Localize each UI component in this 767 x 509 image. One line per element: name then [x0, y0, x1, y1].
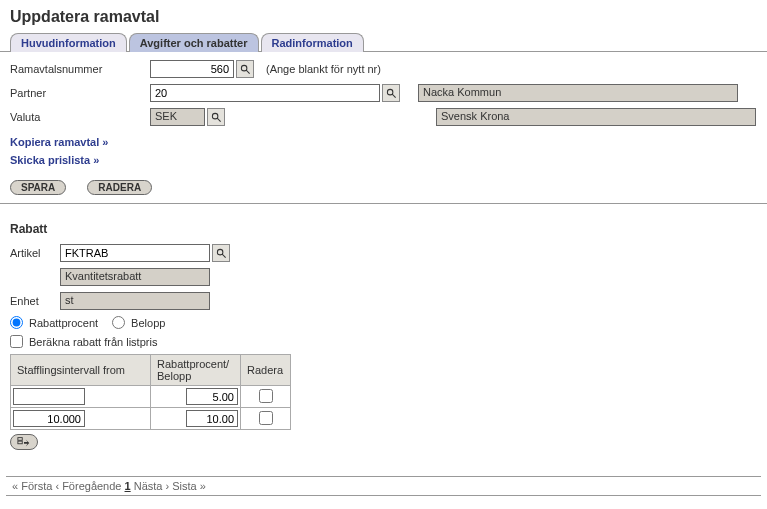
- pager-last[interactable]: Sista »: [172, 480, 206, 492]
- delete-row-checkbox[interactable]: [259, 411, 273, 425]
- percent-input[interactable]: [186, 388, 238, 405]
- svg-line-3: [392, 94, 395, 97]
- magnifier-icon: [386, 88, 397, 99]
- col-percent: Rabattprocent/ Belopp: [151, 355, 241, 386]
- pager-current: 1: [125, 480, 131, 492]
- pager-first[interactable]: « Första: [12, 480, 52, 492]
- svg-rect-8: [18, 438, 22, 441]
- add-row-button[interactable]: [10, 434, 38, 450]
- partner-lookup-button[interactable]: [382, 84, 400, 102]
- artikel-label: Artikel: [10, 247, 60, 259]
- svg-line-1: [246, 70, 249, 73]
- add-row-icon: [17, 436, 31, 448]
- spara-button[interactable]: SPARA: [10, 180, 66, 195]
- artikel-display: Kvantitetsrabatt: [60, 268, 210, 286]
- interval-from-input[interactable]: [13, 388, 85, 405]
- enhet-value: st: [60, 292, 210, 310]
- valuta-lookup-button[interactable]: [207, 108, 225, 126]
- svg-point-4: [212, 113, 218, 119]
- svg-point-0: [241, 65, 247, 71]
- delete-row-checkbox[interactable]: [259, 389, 273, 403]
- col-delete: Radera: [241, 355, 291, 386]
- artikel-lookup-button[interactable]: [212, 244, 230, 262]
- pager-next[interactable]: Nästa ›: [134, 480, 169, 492]
- page-title: Uppdatera ramavtal: [0, 0, 767, 32]
- svg-point-6: [217, 249, 223, 255]
- tabs: Huvudinformation Avgifter och rabatter R…: [0, 32, 767, 52]
- magnifier-icon: [216, 248, 227, 259]
- svg-line-5: [217, 118, 220, 121]
- valuta-display: Svensk Krona: [436, 108, 756, 126]
- magnifier-icon: [211, 112, 222, 123]
- kopiera-ramavtal-link[interactable]: Kopiera ramavtal »: [10, 136, 108, 148]
- staffling-table: Stafflingsintervall from Rabattprocent/ …: [10, 354, 291, 430]
- tab-radinformation[interactable]: Radinformation: [261, 33, 364, 52]
- tab-avgifter-rabatter[interactable]: Avgifter och rabatter: [129, 33, 259, 52]
- rabattprocent-radio-label[interactable]: Rabattprocent: [29, 317, 98, 329]
- percent-input[interactable]: [186, 410, 238, 427]
- skicka-prislista-link[interactable]: Skicka prislista »: [10, 154, 99, 166]
- belopp-radio-label[interactable]: Belopp: [131, 317, 165, 329]
- ramavtalsnummer-hint: (Ange blankt för nytt nr): [266, 63, 381, 75]
- berakna-listpris-label[interactable]: Beräkna rabatt från listpris: [29, 336, 157, 348]
- svg-line-7: [222, 254, 225, 257]
- partner-display: Nacka Kommun: [418, 84, 738, 102]
- interval-from-input[interactable]: [13, 410, 85, 427]
- pager-prev[interactable]: ‹ Föregående: [55, 480, 121, 492]
- magnifier-icon: [240, 64, 251, 75]
- ramavtalsnummer-lookup-button[interactable]: [236, 60, 254, 78]
- col-interval: Stafflingsintervall from: [11, 355, 151, 386]
- artikel-input[interactable]: [60, 244, 210, 262]
- rabattprocent-radio[interactable]: [10, 316, 23, 329]
- table-row: [11, 408, 291, 430]
- main-form-section: Ramavtalsnummer (Ange blankt för nytt nr…: [0, 52, 767, 204]
- enhet-label: Enhet: [10, 295, 60, 307]
- valuta-value: SEK: [150, 108, 205, 126]
- svg-rect-9: [18, 441, 22, 444]
- ramavtalsnummer-input[interactable]: [150, 60, 234, 78]
- belopp-radio[interactable]: [112, 316, 125, 329]
- svg-point-2: [387, 89, 393, 95]
- ramavtalsnummer-label: Ramavtalsnummer: [10, 63, 150, 75]
- pager: « Första ‹ Föregående 1 Nästa › Sista »: [6, 476, 761, 496]
- valuta-label: Valuta: [10, 111, 150, 123]
- berakna-listpris-checkbox[interactable]: [10, 335, 23, 348]
- rabatt-section: Rabatt Artikel Kvantitetsrabatt Enhet st…: [0, 204, 767, 458]
- table-row: [11, 386, 291, 408]
- partner-input[interactable]: [150, 84, 380, 102]
- rabatt-title: Rabatt: [10, 222, 757, 236]
- partner-label: Partner: [10, 87, 150, 99]
- radera-button[interactable]: RADERA: [87, 180, 152, 195]
- tab-huvudinformation[interactable]: Huvudinformation: [10, 33, 127, 52]
